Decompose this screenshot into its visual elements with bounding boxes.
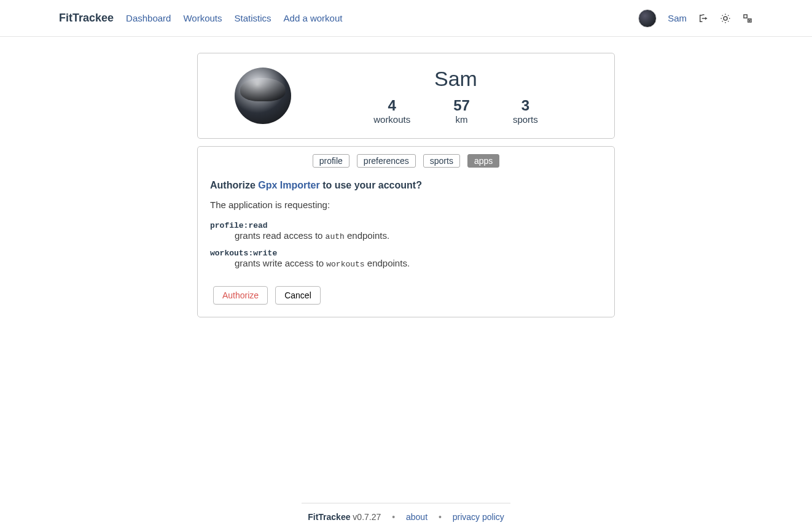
scope-desc: grants read access to auth endpoints. xyxy=(235,230,602,241)
scope-list: profile:read grants read access to auth … xyxy=(210,221,602,269)
scope-desc: grants write access to workouts endpoint… xyxy=(235,258,602,269)
authorize-button[interactable]: Authorize xyxy=(213,286,268,305)
scope-item: profile:read grants read access to auth … xyxy=(210,221,602,241)
cancel-button[interactable]: Cancel xyxy=(275,286,321,305)
brand[interactable]: FitTrackee xyxy=(59,12,114,25)
tab-apps[interactable]: apps xyxy=(467,154,499,168)
profile-name: Sam xyxy=(316,67,596,91)
stat-km: 57 km xyxy=(453,97,470,125)
tab-sports[interactable]: sports xyxy=(423,154,460,168)
avatar-small[interactable] xyxy=(638,9,657,28)
stats-row: 4 workouts 57 km 3 sports xyxy=(316,97,596,125)
stat-km-label: km xyxy=(453,114,470,125)
stat-workouts: 4 workouts xyxy=(373,97,410,125)
authorize-suffix: to use your account? xyxy=(320,180,422,190)
stat-sports-value: 3 xyxy=(513,97,538,114)
user-link[interactable]: Sam xyxy=(668,13,687,23)
scope-desc-post: endpoints. xyxy=(365,258,410,268)
scope-desc-code: workouts xyxy=(326,260,364,269)
navbar-left: FitTrackee Dashboard Workouts Statistics… xyxy=(59,12,342,25)
app-name-link[interactable]: Gpx Importer xyxy=(258,180,319,190)
stat-workouts-value: 4 xyxy=(373,97,410,114)
scope-desc-pre: grants write access to xyxy=(235,258,326,268)
scope-desc-post: endpoints. xyxy=(345,230,389,241)
navbar: FitTrackee Dashboard Workouts Statistics… xyxy=(0,0,812,37)
authorize-heading: Authorize Gpx Importer to use your accou… xyxy=(210,180,602,191)
scope-desc-code: auth xyxy=(326,232,345,241)
stat-workouts-label: workouts xyxy=(373,114,410,125)
navbar-right: Sam xyxy=(638,9,753,28)
logout-icon[interactable] xyxy=(698,13,709,24)
nav-statistics[interactable]: Statistics xyxy=(235,13,271,23)
nav-workouts[interactable]: Workouts xyxy=(183,13,222,23)
tab-preferences[interactable]: preferences xyxy=(357,154,416,168)
authorize-prefix: Authorize xyxy=(210,180,258,190)
scope-name: profile:read xyxy=(210,221,602,230)
authorize-subtext: The application is requesting: xyxy=(210,200,602,210)
nav-dashboard[interactable]: Dashboard xyxy=(126,13,171,23)
scope-desc-pre: grants read access to xyxy=(235,230,326,241)
stat-km-value: 57 xyxy=(453,97,470,114)
profile-card: Sam 4 workouts 57 km 3 sports xyxy=(197,53,615,139)
tab-profile[interactable]: profile xyxy=(313,154,349,168)
stat-sports-label: sports xyxy=(513,114,538,125)
scope-name: workouts:write xyxy=(210,249,602,258)
stat-sports: 3 sports xyxy=(513,97,538,125)
scope-item: workouts:write grants write access to wo… xyxy=(210,249,602,269)
nav-add-workout[interactable]: Add a workout xyxy=(284,13,343,23)
avatar-large xyxy=(235,68,291,124)
language-icon[interactable] xyxy=(742,13,753,24)
authorize-card: profile preferences sports apps Authoriz… xyxy=(197,146,615,317)
stats-area: Sam 4 workouts 57 km 3 sports xyxy=(316,67,596,125)
theme-icon[interactable] xyxy=(720,13,731,24)
tabs-row: profile preferences sports apps xyxy=(210,154,602,168)
svg-point-0 xyxy=(724,17,727,20)
action-row: Authorize Cancel xyxy=(213,286,602,305)
